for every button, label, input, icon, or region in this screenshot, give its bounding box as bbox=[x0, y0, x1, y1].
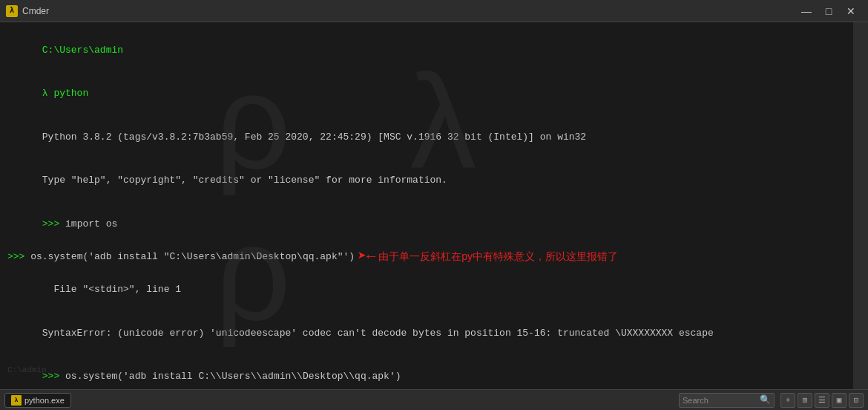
terminal-line: Python 3.8.2 (tags/v3.8.2:7b3ab59, Feb 2… bbox=[7, 115, 846, 159]
scrollbar[interactable] bbox=[853, 22, 868, 389]
terminal-line: λ python bbox=[7, 72, 846, 116]
terminal-line: >>> os.system('adb install C:\\Users\\ad… bbox=[7, 355, 846, 390]
path-text: C:\Users\admin bbox=[42, 45, 123, 56]
add-tab-button[interactable]: + bbox=[780, 393, 795, 408]
search-icon[interactable]: 🔍 bbox=[760, 394, 771, 406]
arrow-icon: ➤← bbox=[358, 246, 375, 268]
bottom-bar: λ python.exe 🔍 + ⊞ ☰ ▣ ⊡ bbox=[0, 389, 868, 410]
title-bar: λ Cmder — □ ✕ bbox=[0, 0, 868, 22]
app-icon: λ bbox=[6, 5, 18, 17]
terminal-line: SyntaxError: (unicode error) 'unicodeesc… bbox=[7, 311, 846, 355]
terminal-line: C:\Users\admin bbox=[7, 28, 846, 72]
terminal-line: File "<stdin>", line 1 bbox=[7, 268, 846, 312]
main-area: C:\Users\admin λ python Python 3.8.2 (ta… bbox=[0, 22, 868, 389]
search-box[interactable]: 🔍 bbox=[679, 393, 775, 408]
annotation-arrow: ➤← 由于单一反斜杠在py中有特殊意义，所以这里报错了 bbox=[358, 246, 618, 268]
annotation-text: 由于单一反斜杠在py中有特殊意义，所以这里报错了 bbox=[378, 249, 618, 264]
terminal-output[interactable]: C:\Users\admin λ python Python 3.8.2 (ta… bbox=[0, 22, 853, 389]
layout-button-3[interactable]: ▣ bbox=[832, 393, 846, 408]
bottom-icons: + ⊞ ☰ ▣ ⊡ bbox=[780, 393, 864, 408]
terminal-line-annotated: >>> os.system('adb install "C:\Users\adm… bbox=[7, 246, 846, 268]
layout-button-1[interactable]: ⊞ bbox=[798, 393, 812, 408]
terminal-line: >>> import os bbox=[7, 202, 846, 246]
close-button[interactable]: ✕ bbox=[840, 0, 862, 22]
terminal-line: Type "help", "copyright", "credits" or "… bbox=[7, 159, 846, 203]
maximize-button[interactable]: □ bbox=[818, 0, 840, 22]
lambda-prompt: λ python bbox=[42, 88, 88, 99]
tab-label: python.exe bbox=[24, 396, 65, 405]
search-input[interactable] bbox=[683, 396, 757, 405]
minimize-button[interactable]: — bbox=[795, 0, 818, 22]
settings-button[interactable]: ⊡ bbox=[849, 393, 864, 408]
window-title: Cmder bbox=[22, 6, 795, 16]
layout-button-2[interactable]: ☰ bbox=[815, 393, 829, 408]
tab-python[interactable]: λ python.exe bbox=[4, 393, 71, 408]
tab-icon: λ bbox=[11, 395, 22, 406]
window-controls: — □ ✕ bbox=[795, 0, 862, 22]
